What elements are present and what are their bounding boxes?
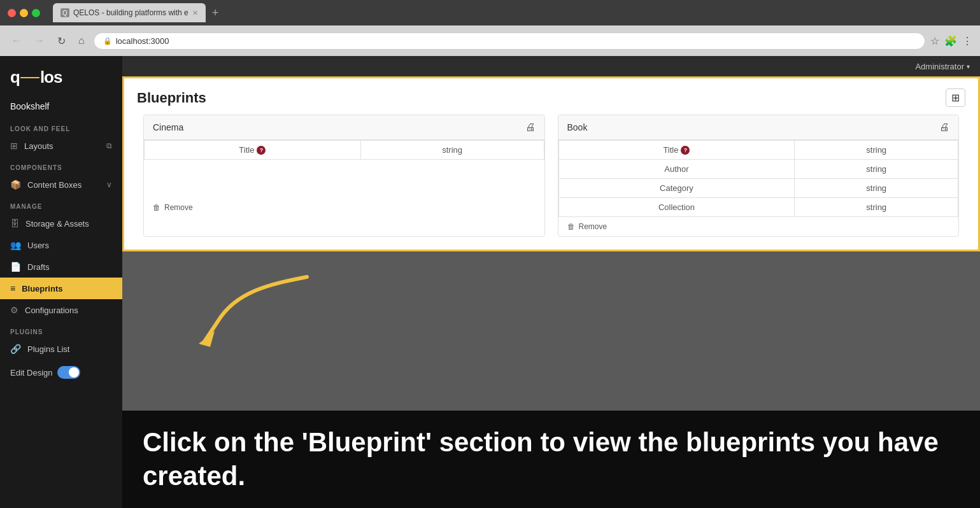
book-card-title: Book — [567, 122, 588, 132]
book-category-field: Category — [558, 179, 795, 198]
cinema-title-row: Title ? string — [145, 141, 544, 160]
plugins-icon: 🔗 — [10, 344, 21, 354]
sidebar-item-layouts[interactable]: ⊞ Layouts ⧉ — [0, 135, 122, 157]
book-author-type: string — [795, 160, 958, 179]
sidebar-item-blueprints[interactable]: ≡ Blueprints — [0, 278, 122, 299]
maximize-button[interactable] — [32, 9, 40, 17]
configurations-label: Configurations — [25, 306, 78, 315]
book-title-field-name: Title ? — [567, 145, 787, 155]
tab-favicon: Q — [60, 8, 69, 17]
menu-icon[interactable]: ⋮ — [962, 35, 972, 47]
logo-text: qlos — [10, 67, 62, 87]
layouts-label: Layouts — [24, 141, 53, 151]
caption-text: Click on the 'Blueprint' section to view… — [143, 426, 960, 493]
overlay-area: Click on the 'Blueprint' section to view… — [122, 251, 980, 508]
traffic-lights — [8, 9, 40, 17]
bookshelf-label: Bookshelf — [10, 101, 49, 111]
cinema-title-help-badge[interactable]: ? — [257, 146, 266, 155]
blueprints-area: Blueprints ⊞ Cinema 🖨 — [122, 76, 980, 251]
star-icon[interactable]: ☆ — [930, 35, 939, 47]
book-remove-row[interactable]: 🗑 Remove — [558, 217, 959, 236]
blueprints-grid: Cinema 🖨 Title ? — [124, 115, 978, 250]
admin-label: Administrator ▾ — [915, 62, 970, 71]
content-boxes-label: Content Boxes — [27, 180, 82, 190]
minimize-button[interactable] — [20, 9, 28, 17]
app-layout: qlos Bookshelf LOOK AND FEEL ⊞ Layouts ⧉… — [0, 56, 980, 508]
svg-marker-0 — [199, 331, 215, 347]
sidebar-item-users[interactable]: 👥 Users — [0, 234, 122, 256]
blueprints-title: Blueprints — [137, 90, 206, 106]
admin-name: Administrator — [915, 62, 964, 71]
main-content: Administrator ▾ Blueprints ⊞ Cinema 🖨 — [122, 56, 980, 508]
sidebar-logo: qlos — [0, 56, 122, 95]
tab-bar: Q QELOS - building platforms with e ✕ + — [53, 3, 222, 22]
cinema-title-type: string — [360, 141, 544, 160]
book-collection-field: Collection — [558, 198, 795, 217]
sidebar-item-content-boxes[interactable]: 📦 Content Boxes ∨ — [0, 174, 122, 195]
sidebar-item-bookshelf[interactable]: Bookshelf — [0, 95, 122, 118]
tab-close-icon[interactable]: ✕ — [192, 9, 198, 17]
sidebar-item-plugins-list[interactable]: 🔗 Plugins List — [0, 338, 122, 360]
cinema-export-button[interactable]: 🖨 — [525, 122, 536, 133]
cinema-remove-icon: 🗑 — [153, 203, 160, 212]
extensions-icon[interactable]: 🧩 — [944, 35, 957, 47]
cinema-remove-row[interactable]: 🗑 Remove — [144, 198, 544, 217]
browser-titlebar: Q QELOS - building platforms with e ✕ + — [0, 0, 980, 25]
cinema-card-header: Cinema 🖨 — [144, 115, 544, 140]
layouts-expand-icon: ⧉ — [106, 141, 112, 150]
plugins-list-label: Plugins List — [27, 344, 69, 354]
blueprints-icon: ≡ — [10, 283, 15, 293]
book-export-button[interactable]: 🖨 — [939, 122, 949, 133]
sidebar: qlos Bookshelf LOOK AND FEEL ⊞ Layouts ⧉… — [0, 56, 122, 508]
cinema-title-field-name: Title ? — [152, 145, 353, 155]
cinema-remove-label: Remove — [164, 203, 193, 212]
address-text: localhost:3000 — [116, 36, 169, 46]
book-category-row: Category string — [558, 179, 958, 198]
storage-label: Storage & Assets — [25, 219, 89, 229]
edit-design-label: Edit Design — [10, 368, 52, 377]
toolbar-right: ☆ 🧩 ⋮ — [930, 35, 972, 47]
browser-chrome: Q QELOS - building platforms with e ✕ + … — [0, 0, 980, 56]
content-boxes-icon: 📦 — [10, 180, 21, 190]
book-category-type: string — [795, 179, 958, 198]
toggle-knob — [69, 367, 79, 377]
cinema-card-title: Cinema — [153, 122, 183, 132]
close-button[interactable] — [8, 9, 16, 17]
new-tab-button[interactable]: + — [208, 6, 223, 20]
sidebar-section-manage: MANAGE — [0, 195, 122, 213]
cinema-blueprint-card: Cinema 🖨 Title ? — [143, 115, 545, 237]
address-lock-icon: 🔒 — [103, 37, 112, 45]
edit-design-row: Edit Design — [0, 360, 122, 385]
arrow-annotation — [199, 271, 313, 353]
cinema-fields-table: Title ? string — [144, 140, 544, 160]
sidebar-section-components: COMPONENTS — [0, 157, 122, 174]
blueprints-header: Blueprints ⊞ — [124, 78, 978, 115]
home-button[interactable]: ⌂ — [75, 32, 89, 49]
sidebar-section-plugins: PLUGINS — [0, 321, 122, 338]
edit-design-toggle[interactable] — [57, 366, 80, 379]
book-author-row: Author string — [558, 160, 958, 179]
book-fields-table: Title ? string Author string — [558, 140, 959, 217]
cinema-title-field: Title ? — [145, 141, 361, 160]
book-blueprint-card: Book 🖨 Title ? — [558, 115, 960, 237]
blueprints-nav-label: Blueprints — [22, 284, 62, 293]
browser-toolbar: ← → ↻ ⌂ 🔒 localhost:3000 ☆ 🧩 ⋮ — [0, 25, 980, 56]
active-tab[interactable]: Q QELOS - building platforms with e ✕ — [53, 3, 206, 22]
sidebar-section-look-and-feel: LOOK AND FEEL — [0, 118, 122, 135]
back-button[interactable]: ← — [8, 32, 25, 49]
sidebar-item-configurations[interactable]: ⚙ Configurations — [0, 299, 122, 321]
book-title-help-badge[interactable]: ? — [681, 146, 690, 155]
address-bar[interactable]: 🔒 localhost:3000 — [94, 32, 925, 50]
forward-button[interactable]: → — [31, 32, 48, 49]
book-remove-icon: 🗑 — [567, 222, 575, 231]
sidebar-item-storage[interactable]: 🗄 Storage & Assets — [0, 213, 122, 234]
book-collection-type: string — [795, 198, 958, 217]
admin-chevron-icon[interactable]: ▾ — [967, 63, 970, 70]
drafts-label: Drafts — [27, 262, 50, 272]
sidebar-item-drafts[interactable]: 📄 Drafts — [0, 256, 122, 278]
book-collection-row: Collection string — [558, 198, 958, 217]
drafts-icon: 📄 — [10, 262, 21, 272]
reload-button[interactable]: ↻ — [53, 32, 69, 50]
add-blueprint-button[interactable]: ⊞ — [946, 88, 965, 107]
book-title-type: string — [795, 141, 958, 160]
